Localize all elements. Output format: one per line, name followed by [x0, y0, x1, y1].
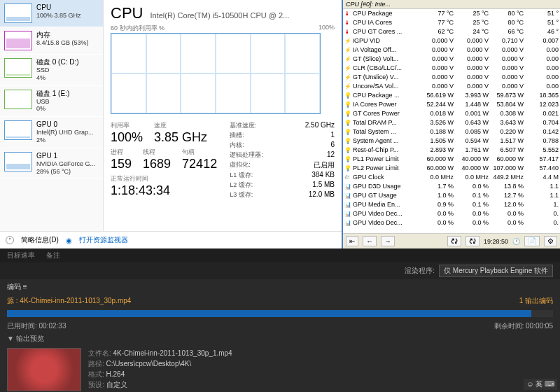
speed-value: 3.85 GHz	[154, 130, 207, 145]
encoding-label: 编码 ≡	[0, 279, 560, 295]
sensor-row[interactable]: 🌡CPU IA Cores77 °C25 °C80 °C51 °	[343, 18, 560, 27]
refresh2-button[interactable]: 🗘	[465, 236, 479, 246]
sensor-row[interactable]: 📊GPU Video Dec...0.0 %0.0 %0.0 %0.	[343, 209, 560, 218]
settings-button[interactable]: ⚙	[544, 236, 557, 246]
tm-main: CPU Intel(R) Core(TM) i5-10500H CPU @ 2.…	[104, 0, 342, 231]
system-tray[interactable]: ☺ 英 ⌨	[524, 379, 557, 390]
sensor-row[interactable]: ⏱GPU Clock0.0 MHz0.0 MHz449.2 MHz4.4 M	[343, 173, 560, 182]
tab-bitrate[interactable]: 目标速率	[7, 251, 35, 260]
remain-value: 00:00:05	[526, 322, 553, 330]
mini-graph-icon	[4, 31, 32, 50]
sensor-icon: 📊	[344, 218, 353, 227]
sensor-row[interactable]: 🌡CPU GT Cores ...62 °C24 °C66 °C46 °	[343, 27, 560, 36]
preset-label: 预设:	[88, 381, 104, 388]
sensor-row[interactable]: 📊GPU Media En...0.9 %0.1 %12.0 %1.	[343, 200, 560, 209]
sensor-row[interactable]: 📊GPU GT Usage1.0 %0.1 %12.7 %1.1	[343, 191, 560, 200]
hwinfo-panel: CPU [#0]: Inte... 🌡CPU Package77 °C25 °C…	[343, 0, 560, 248]
stat-pair: L2 缓存:1.5 MB	[230, 181, 335, 190]
sensor-row[interactable]: 💡CPU Package ...56.619 W3.993 W59.873 W1…	[343, 91, 560, 100]
sensor-icon: ⏱	[344, 173, 353, 182]
brief-info-link[interactable]: 简略信息(D)	[21, 235, 59, 245]
thread-value: 1689	[143, 157, 171, 172]
sensor-row[interactable]: 💡Total System ...0.188 W0.085 W0.220 W0.…	[343, 127, 560, 136]
chevron-up-icon[interactable]: ˄	[6, 236, 14, 244]
perf-icon: ◉	[66, 237, 72, 244]
proc-label: 进程	[111, 148, 132, 157]
sidebar-item-4[interactable]: GPU 0Intel(R) UHD Grap...2%	[0, 117, 103, 148]
stat-pair: 基准速度:2.50 GHz	[230, 121, 335, 130]
cpu-title: CPU	[111, 4, 143, 22]
sidebar-item-0[interactable]: CPU100% 3.85 GHz	[0, 0, 103, 27]
sensor-row[interactable]: ⚡CLR (CBo/LLC/...0.000 V0.000 V0.000 V0.…	[343, 64, 560, 73]
stat-pair: 逻辑处理器:12	[230, 150, 335, 160]
sensor-row[interactable]: 💡GT Cores Power0.018 W0.001 W0.308 W0.02…	[343, 109, 560, 118]
sensor-row[interactable]: 💡Total DRAM P...3.526 W0.643 W3.643 W0.7…	[343, 118, 560, 127]
sensor-row[interactable]: 🌡CPU Package77 °C25 °C80 °C51 °	[343, 9, 560, 18]
sensor-row[interactable]: 💡System Agent ...1.505 W0.594 W1.517 W0.…	[343, 136, 560, 146]
graph-y-max: 100%	[318, 24, 335, 33]
sensor-icon: ⚡	[344, 55, 353, 64]
sensor-icon: 💡	[344, 109, 353, 118]
sidebar-item-3[interactable]: 磁盘 1 (E:)USB0%	[0, 86, 103, 118]
stat-pair: L3 缓存:12.0 MB	[230, 190, 335, 200]
sensor-row[interactable]: ⚡Uncore/SA Vol...0.000 V0.000 V0.000 V0.…	[343, 82, 560, 91]
uptime-value: 1:18:43:34	[111, 183, 217, 198]
output-count: 1 输出编码	[519, 296, 553, 306]
format-value: H.264	[106, 370, 125, 378]
sensor-row[interactable]: ⚡GT (Slice) Volt...0.000 V0.000 V0.000 V…	[343, 55, 560, 64]
task-manager: CPU100% 3.85 GHz内存8.4/15.8 GB (53%)磁盘 0 …	[0, 0, 343, 248]
clock-icon[interactable]: 🕐	[512, 238, 520, 245]
nav-prev-button[interactable]: ←	[363, 236, 377, 246]
stat-pair: 虚拟化:已启用	[230, 160, 335, 170]
graph-y-label: 60 秒内的利用率 %	[111, 24, 164, 33]
sensor-row[interactable]: 💡IA Cores Power52.244 W1.448 W53.804 W12…	[343, 100, 560, 109]
remain-label: 剩余时间:	[494, 322, 524, 330]
sensor-row[interactable]: 💡PL2 Power Limit60.000 W40.000 W107.000 …	[343, 164, 560, 173]
hwinfo-toolbar: ⇤ ← → 🗘 🗘 19:28:50 🕐 📄 ⚙	[343, 233, 560, 248]
tab-notes[interactable]: 备注	[46, 251, 60, 260]
sensor-icon: ⚡	[344, 36, 353, 46]
sensor-row[interactable]: 📊GPU D3D Usage1.7 %0.0 %13.8 %1.1	[343, 182, 560, 191]
sensor-icon: 📊	[344, 200, 353, 209]
sensor-row[interactable]: ⚡GT (Unslice) V...0.000 V0.000 V0.000 V0…	[343, 73, 560, 82]
sensor-row[interactable]: ⚡IA Voltage Off...0.000 V0.000 V0.000 V0…	[343, 46, 560, 55]
mini-graph-icon	[4, 120, 32, 140]
sensor-row[interactable]: 💡Rest-of-Chip P...2.893 W1.761 W6.507 W5…	[343, 146, 560, 155]
preview-thumbnail	[7, 348, 81, 391]
sidebar-item-5[interactable]: GPU 1NVIDIA GeForce G...28% (56 °C)	[0, 148, 103, 180]
renderer-select[interactable]: 仅 Mercury Playback Engine 软件	[439, 265, 553, 277]
cpu-model: Intel(R) Core(TM) i5-10500H CPU @ 2...	[150, 11, 289, 20]
ame-tabs: 目标速率 备注	[0, 248, 560, 262]
sensor-icon: ⚡	[344, 64, 353, 73]
refresh-button[interactable]: 🗘	[447, 236, 461, 246]
nav-first-button[interactable]: ⇤	[346, 236, 358, 246]
hwinfo-header[interactable]: CPU [#0]: Inte...	[343, 0, 560, 9]
sensor-row[interactable]: ⚡iGPU VID0.000 V0.000 V0.710 V0.007	[343, 36, 560, 46]
filename-label: 文件名:	[88, 349, 111, 357]
format-label: 格式:	[88, 370, 104, 378]
path-value: C:\Users\cpcw\Desktop\4K\	[106, 360, 192, 368]
elapsed-label: 已用时间:	[7, 322, 37, 330]
sensor-icon: 💡	[344, 146, 353, 155]
sensor-icon: 💡	[344, 155, 353, 164]
output-metadata: 文件名: 4K-Chimei-inn-2011-1013_30p_1.mp4 路…	[88, 348, 271, 392]
output-preview-toggle[interactable]: ▼ 输出预览	[0, 332, 560, 345]
hw-time: 19:28:50	[484, 238, 508, 245]
nav-next-button[interactable]: →	[381, 236, 395, 246]
resource-monitor-link[interactable]: 打开资源监视器	[79, 235, 128, 245]
mini-graph-icon	[4, 58, 32, 78]
sidebar-item-2[interactable]: 磁盘 0 (C: D:)SSD4%	[0, 55, 103, 86]
sensor-icon: 💡	[344, 127, 353, 136]
sensor-icon: 💡	[344, 91, 353, 100]
stat-pair: 内核:6	[230, 141, 335, 150]
mini-graph-icon	[4, 90, 32, 109]
handle-value: 72412	[182, 157, 217, 172]
log-button[interactable]: 📄	[524, 236, 540, 246]
source-label: 源	[7, 297, 14, 304]
thread-label: 线程	[143, 148, 171, 157]
sensor-icon: 💡	[344, 164, 353, 173]
sensor-row[interactable]: 💡PL1 Power Limit60.000 W40.000 W60.000 W…	[343, 155, 560, 164]
sidebar-item-1[interactable]: 内存8.4/15.8 GB (53%)	[0, 27, 103, 55]
sensor-row[interactable]: 📊GPU Video Dec...0.0 %0.0 %0.0 %0.	[343, 218, 560, 227]
source-file: 4K-Chimei-inn-2011-1013_30p.mp4	[20, 297, 131, 304]
